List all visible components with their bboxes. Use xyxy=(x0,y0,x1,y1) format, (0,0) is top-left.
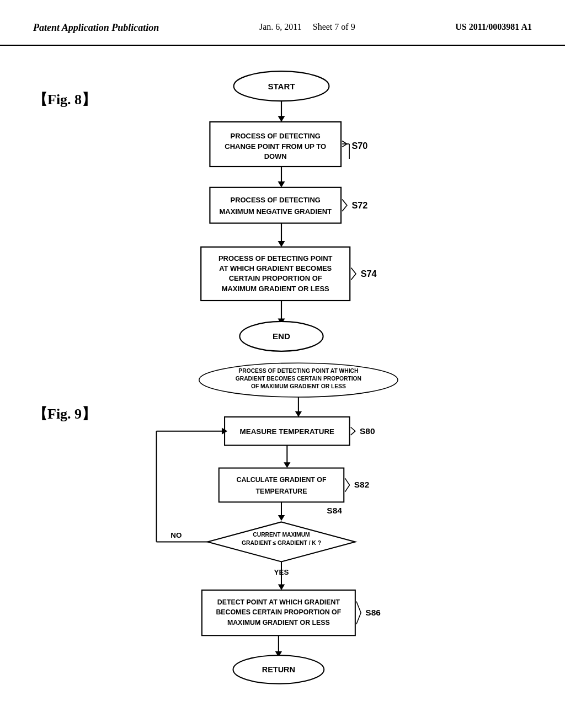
svg-text:S74: S74 xyxy=(361,269,377,279)
svg-text:AT WHICH GRADIENT BECOMES: AT WHICH GRADIENT BECOMES xyxy=(219,264,332,272)
svg-marker-18 xyxy=(278,241,285,247)
svg-marker-57 xyxy=(278,585,285,590)
svg-text:S72: S72 xyxy=(351,200,367,210)
svg-rect-13 xyxy=(210,188,341,223)
svg-text:S84: S84 xyxy=(327,506,342,515)
svg-text:CHANGE POINT FROM UP TO: CHANGE POINT FROM UP TO xyxy=(225,142,326,151)
header: Patent Application Publication Jan. 6, 2… xyxy=(0,0,565,46)
svg-text:MAXIMUM GRADIENT OR LESS: MAXIMUM GRADIENT OR LESS xyxy=(222,285,329,293)
svg-text:RETURN: RETURN xyxy=(262,665,295,674)
svg-marker-34 xyxy=(295,411,302,417)
fig9-label: 【Fig. 9】 xyxy=(33,404,96,424)
svg-rect-40 xyxy=(219,468,344,502)
svg-text:S70: S70 xyxy=(351,141,367,151)
svg-marker-39 xyxy=(284,462,290,468)
svg-text:BECOMES CERTAIN PROPORTION OF: BECOMES CERTAIN PROPORTION OF xyxy=(216,608,341,616)
svg-text:DOWN: DOWN xyxy=(264,152,287,160)
svg-text:PROCESS OF DETECTING: PROCESS OF DETECTING xyxy=(231,132,321,140)
header-center: Jan. 6, 2011 Sheet 7 of 9 xyxy=(259,22,355,32)
svg-text:MAXIMUM NEGATIVE GRADIENT: MAXIMUM NEGATIVE GRADIENT xyxy=(219,207,331,216)
svg-text:TEMPERATURE: TEMPERATURE xyxy=(255,488,307,495)
svg-text:DETECT POINT AT WHICH GRADIENT: DETECT POINT AT WHICH GRADIENT xyxy=(217,598,340,606)
svg-text:OF MAXIMUM GRADIENT OR LESS: OF MAXIMUM GRADIENT OR LESS xyxy=(251,383,346,389)
svg-text:NO: NO xyxy=(170,531,182,539)
sheet-label: Sheet 7 of 9 xyxy=(313,22,355,31)
svg-text:MEASURE TEMPERATURE: MEASURE TEMPERATURE xyxy=(240,427,334,436)
svg-text:S80: S80 xyxy=(360,426,375,436)
svg-text:CERTAIN PROPORTION OF: CERTAIN PROPORTION OF xyxy=(229,274,322,282)
svg-text:PROCESS OF  DETECTING: PROCESS OF DETECTING xyxy=(231,196,321,204)
svg-text:CALCULATE GRADIENT OF: CALCULATE GRADIENT OF xyxy=(237,476,327,484)
svg-text:S82: S82 xyxy=(354,480,369,489)
svg-text:PROCESS OF  DETECTING POINT AT: PROCESS OF DETECTING POINT AT WHICH xyxy=(238,368,358,374)
fig9-flowchart: PROCESS OF DETECTING POINT AT WHICH GRAD… xyxy=(33,360,530,728)
publication-label: Patent Application Publication xyxy=(33,22,159,34)
svg-text:START: START xyxy=(268,82,295,91)
page: Patent Application Publication Jan. 6, 2… xyxy=(0,0,565,728)
svg-text:CURRENT        MAXIMUM: CURRENT MAXIMUM xyxy=(253,532,310,538)
svg-marker-46 xyxy=(278,515,285,521)
svg-text:S86: S86 xyxy=(365,608,381,617)
fig8-label: 【Fig. 8】 xyxy=(33,90,96,109)
svg-text:GRADIENT  ≤  GRADIENT / K ?: GRADIENT ≤ GRADIENT / K ? xyxy=(242,540,321,546)
svg-text:GRADIENT BECOMES CERTAIN PROPO: GRADIENT BECOMES CERTAIN PROPORTION xyxy=(236,376,361,382)
date-label: Jan. 6, 2011 xyxy=(259,22,302,31)
fig8-flowchart: START PROCESS OF DETECTING CHANGE POINT … xyxy=(33,62,530,360)
svg-text:MAXIMUM GRADIENT OR LESS: MAXIMUM GRADIENT OR LESS xyxy=(227,619,330,627)
svg-text:END: END xyxy=(273,331,290,341)
svg-marker-12 xyxy=(278,181,285,188)
svg-marker-3 xyxy=(278,116,285,122)
patent-number: US 2011/0003981 A1 xyxy=(455,22,532,32)
svg-text:PROCESS OF   DETECTING POINT: PROCESS OF DETECTING POINT xyxy=(218,254,333,263)
